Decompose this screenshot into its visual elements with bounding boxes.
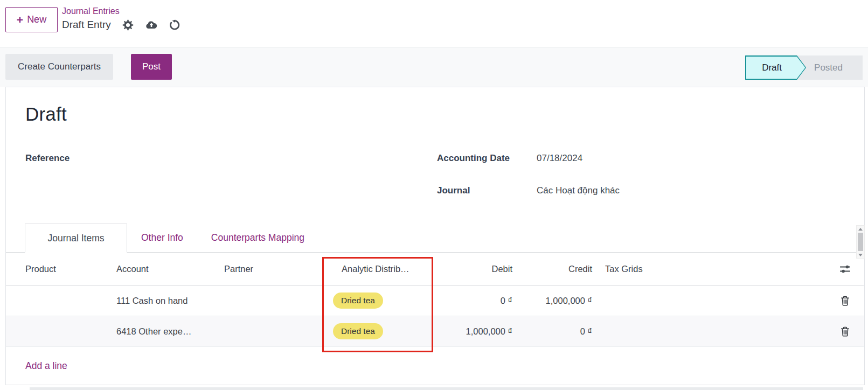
column-header-analytic-distribution: Analytic Distrib… [342,253,409,285]
tab-counterparts-mapping[interactable]: Counterparts Mapping [197,224,318,252]
accounting-date-label: Accounting Date [437,153,510,164]
journal-entry-page: { "header": { "new_label": "New", "bread… [0,0,868,390]
column-header-account: Account [116,253,149,285]
breadcrumb-current: Draft Entry [62,19,111,31]
column-header-tax-grids: Tax Grids [605,253,643,285]
journal-label: Journal [437,185,470,196]
status-bar: Draft Posted [745,55,863,80]
status-draft-label: Draft [746,57,805,79]
undo-icon[interactable] [169,19,180,31]
account-cell[interactable]: 6418 Other expe… [116,316,191,346]
scroll-down-arrow-icon[interactable] [857,252,864,258]
tab-other-info[interactable]: Other Info [127,224,197,252]
gear-icon[interactable] [122,19,134,31]
column-header-partner: Partner [224,253,253,285]
debit-cell[interactable]: 0 ₫ [501,285,512,316]
journal-value[interactable]: Các Hoạt động khác [537,185,620,196]
cloud-upload-icon[interactable] [145,19,157,31]
new-button-label: New [27,14,46,25]
new-button[interactable]: + New [5,7,58,32]
table-row[interactable]: 6418 Other expe… Dried tea 1,000,000 ₫ 0… [6,316,864,347]
tab-journal-items[interactable]: Journal Items [25,224,127,253]
status-posted[interactable]: Posted [806,55,863,80]
delete-row-icon[interactable] [832,316,857,346]
form-sheet: Draft Reference Accounting Date 07/18/20… [5,87,865,385]
account-cell[interactable]: 111 Cash on hand [116,285,188,316]
delete-row-icon[interactable] [832,285,857,316]
analytic-distribution-cell[interactable]: Dried tea [333,316,383,346]
create-counterparts-button[interactable]: Create Counterparts [5,54,113,80]
notebook-tabs: Journal Items Other Info Counterparts Ma… [6,224,864,253]
entry-title: Draft [25,103,67,125]
scroll-up-arrow-icon[interactable] [857,226,864,232]
status-draft[interactable]: Draft [745,55,806,80]
breadcrumb-parent-link[interactable]: Journal Entries [62,5,180,17]
action-bar: Create Counterparts Post Draft Posted [0,47,868,87]
optional-columns-icon[interactable] [832,253,857,285]
add-a-line-link[interactable]: Add a line [25,360,67,372]
credit-cell[interactable]: 1,000,000 ₫ [546,285,592,316]
column-header-debit: Debit [491,253,512,285]
top-bar: + New Journal Entries Draft Entry [0,0,868,47]
credit-cell[interactable]: 0 ₫ [580,316,592,346]
plus-icon: + [17,14,23,25]
analytic-distribution-cell[interactable]: Dried tea [333,285,383,316]
post-button[interactable]: Post [131,54,172,80]
table-header-row: Product Account Partner Analytic Distrib… [6,253,864,285]
column-header-credit: Credit [568,253,592,285]
analytic-tag[interactable]: Dried tea [333,323,383,339]
add-line-row: Add a line [6,347,864,385]
breadcrumb: Journal Entries Draft Entry [62,5,180,31]
analytic-tag[interactable]: Dried tea [333,292,383,309]
table-row[interactable]: 111 Cash on hand Dried tea 0 ₫ 1,000,000… [6,285,864,316]
scrollbar-thumb[interactable] [858,233,863,251]
column-header-product: Product [25,253,56,285]
accounting-date-value[interactable]: 07/18/2024 [537,153,582,164]
vertical-scrollbar[interactable] [856,225,865,259]
debit-cell[interactable]: 1,000,000 ₫ [466,316,512,346]
reference-label: Reference [25,153,70,164]
bottom-divider [30,387,863,390]
